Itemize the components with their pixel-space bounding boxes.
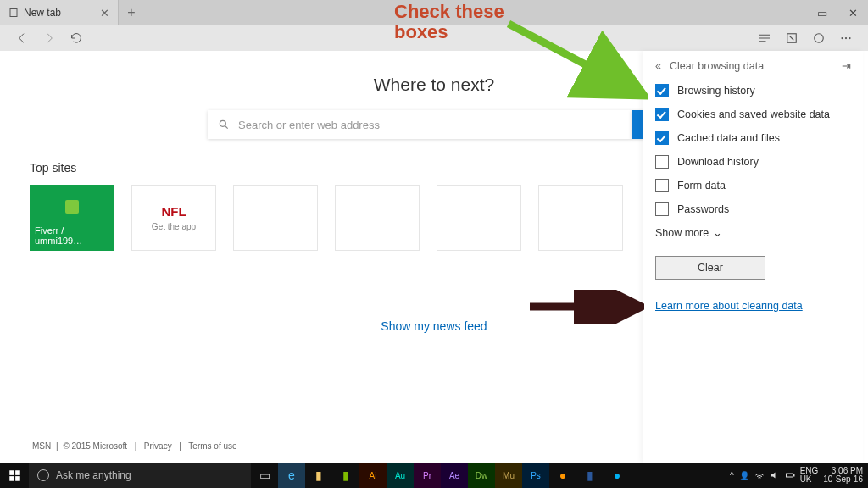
forward-button[interactable] [36,25,63,51]
app-dw[interactable]: Dw [468,463,495,488]
svg-rect-15 [786,474,793,477]
nfl-logo: NFL [161,204,186,219]
cortana-icon [37,469,49,481]
app-ae[interactable]: Ae [441,463,468,488]
svg-point-4 [845,37,847,39]
svg-point-6 [220,120,225,126]
panel-back-icon[interactable]: « [655,60,661,72]
window-controls: — ▭ ✕ [776,0,868,25]
tray-language[interactable]: ENGUK [800,467,819,484]
app-skype[interactable]: ● [604,463,631,488]
tray-chevron-icon[interactable]: ^ [730,471,734,480]
tile-empty[interactable] [335,185,420,251]
page-footer: MSN | © 2015 Microsoft | Privacy | Terms… [30,441,240,451]
window-close-button[interactable]: ✕ [837,0,868,25]
tile-empty[interactable] [233,185,318,251]
checkbox-browsing-history[interactable]: Browsing history [655,84,851,97]
svg-point-2 [815,34,824,43]
svg-rect-12 [15,470,20,475]
checkbox-icon [655,131,669,145]
app-edge[interactable]: e [278,463,305,488]
minimize-button[interactable]: — [776,0,807,25]
share-button[interactable] [805,25,832,51]
tab-close-icon[interactable]: ✕ [100,7,109,19]
svg-rect-13 [9,476,14,481]
show-more-button[interactable]: Show more⌄ [655,226,851,239]
checkbox-icon [655,84,669,97]
webnote-button[interactable] [778,25,805,51]
annotation-arrow-dark [526,290,644,324]
app-ps[interactable]: Ps [522,463,549,488]
checkbox-icon [655,155,669,169]
svg-rect-14 [15,476,20,481]
checkbox-icon [655,179,669,192]
clear-button[interactable]: Clear [655,256,765,280]
search-placeholder: Search or enter web address [238,119,380,131]
search-input[interactable]: Search or enter web address [208,110,632,139]
tray-battery-icon[interactable] [785,470,795,480]
learn-more-link[interactable]: Learn more about clearing data [655,300,851,312]
search-icon [218,119,230,130]
cortana-search[interactable]: Ask me anything [29,463,251,488]
clear-browsing-data-panel: « Clear browsing data ⇥ Browsing history… [643,51,863,463]
annotation-text: Check these boxes [394,2,504,42]
checkbox-icon [655,108,669,121]
svg-line-8 [509,24,632,89]
refresh-button[interactable] [63,25,90,51]
checkbox-passwords[interactable]: Passwords [655,202,851,216]
app-firefox[interactable]: ● [549,463,576,488]
back-button[interactable] [8,25,36,51]
tile-fiverr[interactable]: Fiverr / ummi199… [30,185,114,251]
svg-rect-16 [793,474,794,476]
tile-nfl[interactable]: NFLGet the app [131,185,216,251]
checkbox-download-history[interactable]: Download history [655,155,851,169]
fiverr-icon [65,200,79,214]
svg-rect-0 [10,9,17,17]
tray-people-icon[interactable]: 👤 [739,471,749,480]
taskbar: Ask me anything ▭ e ▮ ▮ Ai Au Pr Ae Dw M… [0,463,868,488]
start-button[interactable] [0,463,29,488]
privacy-link[interactable]: Privacy [144,441,172,451]
tab-new-tab[interactable]: New tab ✕ [0,0,119,25]
annotation-arrow-green [504,17,648,102]
new-tab-button[interactable]: + [119,0,144,25]
checkbox-cached-data[interactable]: Cached data and files [655,131,851,145]
checkbox-cookies[interactable]: Cookies and saved website data [655,108,851,121]
app-word[interactable]: ▮ [576,463,604,488]
app-au[interactable]: Au [387,463,414,488]
chevron-down-icon: ⌄ [713,226,722,239]
pin-icon[interactable]: ⇥ [842,59,851,72]
news-feed-link[interactable]: Show my news feed [381,319,487,333]
taskbar-apps: ▭ e ▮ ▮ Ai Au Pr Ae Dw Mu Ps ● ▮ ● [251,463,631,488]
page-icon [8,8,19,18]
checkbox-form-data[interactable]: Form data [655,179,851,192]
terms-link[interactable]: Terms of use [188,441,236,451]
tray-clock[interactable]: 3:06 PM10-Sep-16 [823,467,863,485]
app-pr[interactable]: Pr [414,463,441,488]
more-button[interactable] [832,25,860,51]
app-store[interactable]: ▮ [332,463,359,488]
svg-point-5 [849,37,850,39]
tile-empty[interactable] [437,185,521,251]
tab-title: New tab [24,7,61,19]
tray-volume-icon[interactable] [770,470,780,480]
app-explorer[interactable]: ▮ [305,463,332,488]
panel-title: Clear browsing data [670,60,764,72]
tray-network-icon[interactable] [754,470,765,480]
svg-point-3 [841,37,843,39]
tile-empty[interactable] [538,185,623,251]
app-mu[interactable]: Mu [495,463,522,488]
checkbox-icon [655,202,669,216]
svg-rect-11 [9,470,14,475]
system-tray[interactable]: ^ 👤 ENGUK 3:06 PM10-Sep-16 [725,467,868,485]
task-view-button[interactable]: ▭ [251,463,278,488]
app-ai[interactable]: Ai [359,463,387,488]
panel-header: « Clear browsing data ⇥ [655,59,851,72]
hub-button[interactable] [751,25,778,51]
maximize-button[interactable]: ▭ [807,0,837,25]
